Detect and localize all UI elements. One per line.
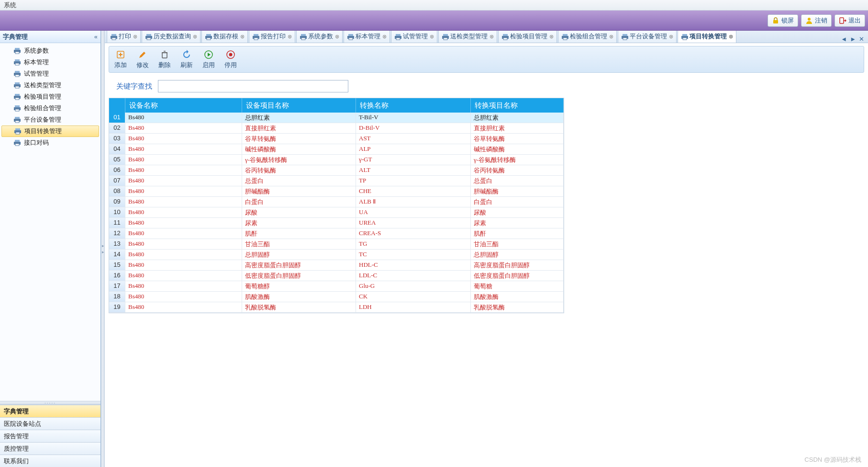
tab-0[interactable]: 打印⊗	[107, 31, 141, 43]
close-icon[interactable]: ⊗	[490, 34, 494, 40]
svg-rect-38	[207, 38, 211, 40]
sidebar-footer-item-3[interactable]: 质控管理	[0, 442, 100, 455]
svg-rect-63	[682, 34, 687, 36]
disable-button[interactable]: 停用	[223, 49, 238, 69]
svg-rect-57	[563, 34, 568, 36]
close-icon[interactable]: ⊗	[335, 34, 339, 40]
table-row[interactable]: 07Bs480总蛋白TP总蛋白	[109, 176, 564, 186]
svg-rect-8	[15, 63, 19, 65]
sidebar-item-7[interactable]: 项目转换管理	[1, 125, 99, 137]
lock-button[interactable]: 锁屏	[768, 14, 798, 27]
sidebar-item-4[interactable]: 检验项目管理	[0, 91, 100, 103]
collapse-sidebar-icon[interactable]: «	[94, 33, 98, 40]
table-row[interactable]: 04Bs480碱性磷酸酶ALP碱性磷酸酶	[109, 144, 564, 155]
tab-7[interactable]: 送检类型管理⊗	[438, 31, 497, 43]
sidebar-header: 字典管理 «	[0, 31, 100, 43]
col-convert-project[interactable]: 转换项目名称	[471, 98, 564, 113]
close-icon[interactable]: ⊗	[382, 34, 387, 40]
tab-11[interactable]: 项目转换管理⊗	[678, 31, 736, 43]
tab-8[interactable]: 检验项目管理⊗	[498, 31, 557, 43]
row-num: 05	[109, 155, 125, 165]
table-row[interactable]: 03Bs480谷草转氨酶AST谷草转氨酶	[109, 134, 564, 144]
tab-4[interactable]: 系统参数⊗	[296, 31, 343, 43]
sidebar-item-6[interactable]: 平台设备管理	[0, 114, 100, 125]
exit-button[interactable]: 退出	[835, 14, 865, 27]
table-row[interactable]: 01Bs480总胆红素T-Bil-V总胆红素	[109, 113, 564, 123]
table-row[interactable]: 13Bs480甘油三酯TG甘油三酯	[109, 239, 564, 250]
close-icon[interactable]: ⊗	[240, 34, 245, 40]
row-num: 01	[109, 113, 125, 123]
search-input[interactable]	[158, 80, 348, 92]
col-device[interactable]: 设备名称	[125, 98, 242, 113]
sidebar-splitter[interactable]: ·····	[0, 401, 100, 405]
sidebar-item-5[interactable]: 检验组合管理	[0, 103, 100, 114]
sidebar-footer-item-0[interactable]: 字典管理	[0, 405, 100, 417]
add-button[interactable]: 添加	[113, 49, 128, 69]
sidebar-item-label: 平台设备管理	[24, 115, 61, 124]
tab-label: 系统参数	[308, 32, 333, 41]
sidebar-item-2[interactable]: 试管管理	[0, 68, 100, 80]
table-row[interactable]: 19Bs480乳酸脱氢酶LDH乳酸脱氢酶	[109, 302, 564, 313]
table-row[interactable]: 05Bs480γ-谷氨酰转移酶γ-GTγ-谷氨酰转移酶	[109, 155, 564, 165]
sidebar-footer-item-1[interactable]: 医院设备站点	[0, 417, 100, 430]
svg-rect-18	[15, 105, 20, 107]
enable-button[interactable]: 启用	[201, 49, 216, 69]
sidebar-item-label: 送检类型管理	[24, 81, 61, 90]
close-icon[interactable]: ⊗	[193, 34, 197, 40]
table-row[interactable]: 06Bs480谷丙转氨酶ALT谷丙转氨酶	[109, 165, 564, 176]
table-row[interactable]: 09Bs480白蛋白ALB Ⅱ白蛋白	[109, 197, 564, 207]
row-num: 03	[109, 134, 125, 144]
close-icon[interactable]: ⊗	[669, 34, 673, 40]
table-row[interactable]: 18Bs480肌酸激酶CK肌酸激酶	[109, 292, 564, 302]
sidebar-item-1[interactable]: 标本管理	[0, 57, 100, 68]
printer-icon	[681, 34, 688, 39]
delete-button[interactable]: 删除	[157, 49, 172, 69]
tab-close-all[interactable]: ✕	[859, 35, 864, 43]
cell-device: Bs480	[125, 302, 242, 312]
col-convert[interactable]: 转换名称	[356, 98, 471, 113]
sidebar-footer-item-4[interactable]: 联系我们	[0, 455, 100, 467]
cell-convert-project: 总胆红素	[471, 113, 564, 123]
svg-rect-36	[206, 34, 211, 36]
sidebar-item-8[interactable]: 接口对码	[0, 137, 100, 148]
tab-6[interactable]: 试管管理⊗	[391, 31, 437, 43]
sidebar-footer-item-2[interactable]: 报告管理	[0, 430, 100, 442]
cell-convert-project: 胆碱酯酶	[471, 186, 564, 196]
tab-2[interactable]: 数据存根⊗	[201, 31, 248, 43]
svg-rect-0	[773, 20, 778, 23]
table-row[interactable]: 15Bs480高密度脂蛋白胆固醇HDL-C高密度脂蛋白胆固醇	[109, 260, 564, 271]
vertical-splitter[interactable]: ▸▸	[101, 31, 105, 467]
tab-5[interactable]: 标本管理⊗	[344, 31, 390, 43]
close-icon[interactable]: ⊗	[288, 34, 292, 40]
sidebar-item-0[interactable]: 系统参数	[0, 45, 100, 57]
table-row[interactable]: 16Bs480低密度脂蛋白胆固醇LDL-C低密度脂蛋白胆固醇	[109, 271, 564, 281]
logout-button[interactable]: 注销	[801, 14, 832, 27]
sidebar-item-3[interactable]: 送检类型管理	[0, 80, 100, 91]
close-icon[interactable]: ⊗	[729, 34, 733, 40]
refresh-button[interactable]: 刷新	[179, 49, 194, 69]
tab-next[interactable]: ►	[850, 35, 856, 43]
close-icon[interactable]: ⊗	[430, 34, 434, 40]
close-icon[interactable]: ⊗	[549, 34, 554, 40]
system-menu[interactable]: 系统	[4, 1, 16, 10]
table-row[interactable]: 17Bs480葡萄糖醇Glu-G葡萄糖	[109, 281, 564, 292]
col-project[interactable]: 设备项目名称	[242, 98, 356, 113]
tab-prev[interactable]: ◄	[841, 35, 847, 43]
svg-rect-21	[15, 117, 20, 119]
table-row[interactable]: 11Bs480尿素UREA尿素	[109, 218, 564, 228]
tab-9[interactable]: 检验组合管理⊗	[558, 31, 617, 43]
cell-device: Bs480	[125, 144, 242, 154]
table-row[interactable]: 10Bs480尿酸UA尿酸	[109, 207, 564, 218]
table-row[interactable]: 12Bs480肌酐CREA-S肌酐	[109, 228, 564, 239]
tab-3[interactable]: 报告打印⊗	[249, 31, 295, 43]
table-row[interactable]: 02Bs480直接胆红素D-Bil-V直接胆红素	[109, 123, 564, 134]
tab-1[interactable]: 历史数据查询⊗	[142, 31, 200, 43]
edit-button[interactable]: 修改	[135, 49, 150, 69]
close-icon[interactable]: ⊗	[133, 34, 137, 40]
cell-convert: γ-GT	[356, 155, 471, 165]
close-icon[interactable]: ⊗	[609, 34, 613, 40]
sidebar-item-label: 检验组合管理	[24, 104, 61, 113]
table-row[interactable]: 08Bs480胆碱酯酶CHE胆碱酯酶	[109, 186, 564, 197]
tab-10[interactable]: 平台设备管理⊗	[618, 31, 677, 43]
table-row[interactable]: 14Bs480总胆固醇TC总胆固醇	[109, 250, 564, 260]
